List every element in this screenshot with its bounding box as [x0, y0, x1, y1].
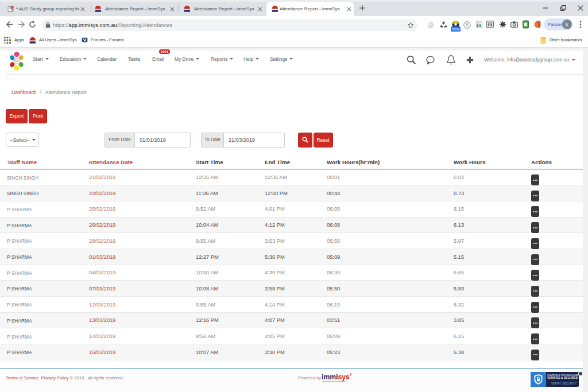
svg-text:GROUP: GROUP	[13, 63, 21, 65]
svg-text:S: S	[466, 22, 469, 28]
